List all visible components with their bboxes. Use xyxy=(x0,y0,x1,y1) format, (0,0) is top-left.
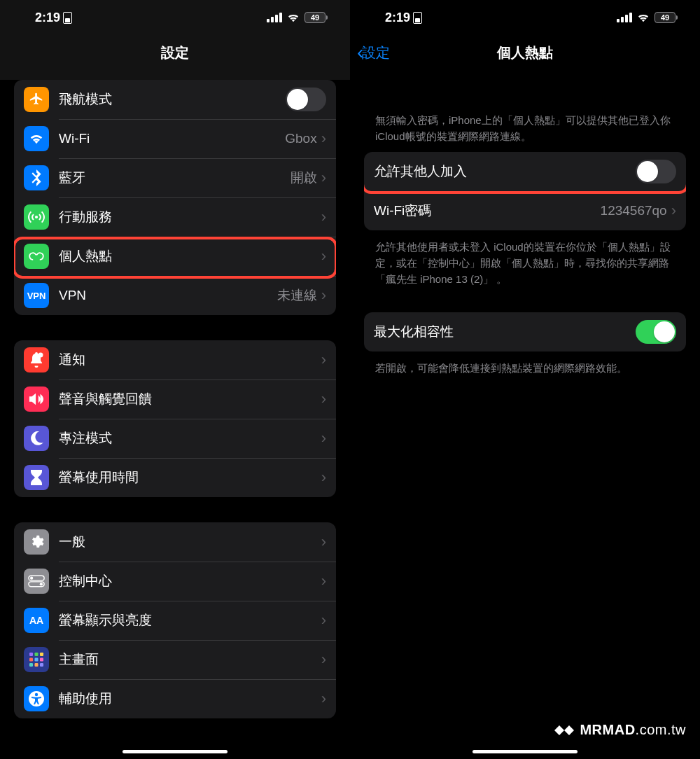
row-label: 藍牙 xyxy=(59,169,290,187)
chevron-right-icon: › xyxy=(321,247,326,265)
hotspot-screen: 2:19 49 ‹ 設定 個人熱點 無須輸入密碼，iPhone上的「個人熱點」可… xyxy=(350,0,700,759)
chevron-right-icon: › xyxy=(321,429,326,447)
toggles-icon xyxy=(24,569,49,594)
row-label: Wi-Fi密碼 xyxy=(374,202,601,220)
battery-icon: 49 xyxy=(654,12,678,23)
row-value: Gbox xyxy=(285,131,316,146)
home-indicator[interactable] xyxy=(472,750,578,753)
row-label: VPN xyxy=(59,288,277,303)
row-label: 飛航模式 xyxy=(59,90,286,109)
row-accessibility[interactable]: 輔助使用 › xyxy=(14,679,336,718)
accessibility-icon xyxy=(24,686,49,711)
gear-icon xyxy=(24,529,49,555)
speaker-icon xyxy=(24,387,49,412)
chevron-right-icon: › xyxy=(321,390,326,408)
watermark: MRMAD.com.tw xyxy=(554,722,686,738)
row-label: 允許其他人加入 xyxy=(374,162,636,181)
hotspot-group-main: 允許其他人加入 Wi-Fi密碼 1234567qo › xyxy=(364,152,686,230)
chevron-right-icon: › xyxy=(321,650,326,669)
hotspot-icon xyxy=(24,244,49,269)
row-label: 聲音與觸覺回饋 xyxy=(59,390,321,408)
wifi-icon xyxy=(636,13,650,22)
hotspot-group-compat: 最大化相容性 xyxy=(364,312,686,351)
airplane-toggle[interactable] xyxy=(286,88,326,111)
svg-rect-8 xyxy=(29,658,33,662)
row-value: 1234567qo xyxy=(601,203,667,218)
section-footer-text: 若開啟，可能會降低連接到熱點裝置的網際網路效能。 xyxy=(350,360,700,376)
cellular-signal-icon xyxy=(617,13,632,22)
row-label: 個人熱點 xyxy=(59,247,321,265)
vpn-icon: VPN xyxy=(24,283,49,308)
row-general[interactable]: 一般 › xyxy=(14,522,336,562)
chevron-right-icon: › xyxy=(321,533,326,551)
section-header-text: 無須輸入密碼，iPhone上的「個人熱點」可以提供其他已登入你 iCloud帳號… xyxy=(350,112,700,145)
svg-rect-11 xyxy=(29,663,33,667)
row-display[interactable]: AA 螢幕顯示與亮度 › xyxy=(14,601,336,640)
settings-group-connectivity: 飛航模式 Wi-Fi Gbox › 藍牙 開啟 › 行動服務 › xyxy=(14,80,336,315)
svg-rect-5 xyxy=(29,653,33,656)
row-wifi[interactable]: Wi-Fi Gbox › xyxy=(14,119,336,158)
chevron-right-icon: › xyxy=(671,202,676,220)
svg-point-2 xyxy=(30,577,33,580)
row-label: 專注模式 xyxy=(59,429,321,447)
bell-icon xyxy=(24,347,49,372)
row-label: 控制中心 xyxy=(59,572,321,590)
row-homescreen[interactable]: 主畫面 › xyxy=(14,640,336,679)
row-label: 行動服務 xyxy=(59,208,321,226)
chevron-right-icon: › xyxy=(321,690,326,708)
allow-others-toggle[interactable] xyxy=(636,160,676,183)
chevron-right-icon: › xyxy=(321,351,326,369)
chevron-right-icon: › xyxy=(321,468,326,487)
section-footer-text: 允許其他使用者或未登入 iCloud的裝置在你位於「個人熱點」設定，或在「控制中… xyxy=(350,239,700,288)
svg-rect-9 xyxy=(35,658,38,662)
row-vpn[interactable]: VPN VPN 未連線 › xyxy=(14,276,336,315)
chevron-right-icon: › xyxy=(321,286,326,305)
chevron-right-icon: › xyxy=(321,572,326,590)
svg-point-4 xyxy=(40,583,43,585)
row-label: 螢幕顯示與亮度 xyxy=(59,611,321,629)
row-label: 最大化相容性 xyxy=(374,323,636,341)
svg-rect-12 xyxy=(35,663,38,667)
settings-screen: 2:19 49 設定 飛航模式 xyxy=(0,0,350,759)
svg-rect-10 xyxy=(40,658,43,662)
settings-group-system: 一般 › 控制中心 › AA 螢幕顯示與亮度 › 主畫面 › 輔助使用 xyxy=(14,522,336,718)
row-label: 主畫面 xyxy=(59,650,321,669)
row-cellular[interactable]: 行動服務 › xyxy=(14,197,336,237)
row-airplane[interactable]: 飛航模式 xyxy=(14,80,336,119)
row-wifi-password[interactable]: Wi-Fi密碼 1234567qo › xyxy=(364,191,686,230)
sim-icon xyxy=(63,12,72,24)
chevron-right-icon: › xyxy=(321,611,326,629)
svg-point-15 xyxy=(35,693,38,696)
cellular-signal-icon xyxy=(267,13,282,22)
chevron-right-icon: › xyxy=(321,169,326,187)
row-notifications[interactable]: 通知 › xyxy=(14,340,336,380)
svg-rect-6 xyxy=(35,653,38,656)
row-allow-others[interactable]: 允許其他人加入 xyxy=(364,152,686,191)
cellular-icon xyxy=(24,204,49,230)
row-value: 開啟 xyxy=(290,169,317,187)
row-screentime[interactable]: 螢幕使用時間 › xyxy=(14,458,336,497)
chevron-right-icon: › xyxy=(321,208,326,226)
status-bar: 2:19 49 xyxy=(350,0,700,35)
airplane-icon xyxy=(24,87,49,112)
row-max-compat[interactable]: 最大化相容性 xyxy=(364,312,686,351)
logo-icon xyxy=(554,724,574,737)
row-sounds[interactable]: 聲音與觸覺回饋 › xyxy=(14,380,336,419)
row-label: 輔助使用 xyxy=(59,690,321,708)
max-compat-toggle[interactable] xyxy=(636,320,676,344)
back-button[interactable]: ‹ 設定 xyxy=(357,35,390,70)
row-hotspot[interactable]: 個人熱點 › xyxy=(14,237,336,276)
wifi-icon xyxy=(286,13,300,22)
chevron-right-icon: › xyxy=(321,130,326,148)
page-title: 設定 xyxy=(161,43,189,62)
grid-icon xyxy=(24,647,49,672)
row-control-center[interactable]: 控制中心 › xyxy=(14,562,336,601)
sim-icon xyxy=(413,12,422,24)
row-focus[interactable]: 專注模式 › xyxy=(14,419,336,458)
home-indicator[interactable] xyxy=(122,750,227,753)
settings-group-alerts: 通知 › 聲音與觸覺回饋 › 專注模式 › 螢幕使用時間 › xyxy=(14,340,336,497)
back-label: 設定 xyxy=(362,43,390,62)
bluetooth-icon xyxy=(24,165,49,190)
row-bluetooth[interactable]: 藍牙 開啟 › xyxy=(14,158,336,197)
hourglass-icon xyxy=(24,465,49,490)
